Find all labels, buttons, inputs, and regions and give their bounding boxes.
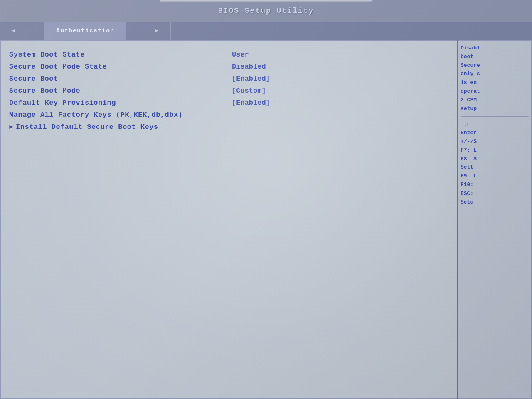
help-line-4: only s	[461, 70, 529, 79]
bios-screen: BIOS Setup Utility ◄ ... Authentication …	[0, 0, 532, 399]
label-secure-boot-mode-state: Secure Boot Mode State	[9, 63, 225, 71]
key-enter: Enter	[461, 129, 529, 138]
label-manage-factory-keys: Manage All Factory Keys (PK,KEK,db,dbx)	[9, 111, 225, 119]
value-secure-boot-mode: [Custom]	[232, 87, 266, 95]
row-manage-factory-keys[interactable]: Manage All Factory Keys (PK,KEK,db,dbx)	[9, 111, 449, 119]
submenu-arrow-icon: ►	[9, 123, 13, 131]
label-install-default-keys: ► Install Default Secure Boot Keys	[9, 123, 225, 131]
light-reflection	[160, 0, 372, 2]
help-description: Disabl boot. Secure only s is en operat …	[461, 44, 529, 117]
install-default-keys-text: Install Default Secure Boot Keys	[16, 123, 158, 131]
key-setup: Setu	[461, 198, 529, 207]
row-secure-boot[interactable]: Secure Boot [Enabled]	[9, 75, 449, 83]
content-panel: System Boot State User Secure Boot Mode …	[0, 40, 457, 399]
value-default-key-provisioning: [Enabled]	[232, 99, 270, 107]
key-plusminus: +/-/S	[461, 138, 529, 146]
nav-tab-prev1-label: ◄ ...	[12, 27, 32, 34]
key-f8: F8: S	[461, 155, 529, 164]
key-f10: F10:	[461, 181, 529, 190]
key-f9: F9: L	[461, 172, 529, 181]
key-esc: ESC:	[461, 190, 529, 198]
title-bar: BIOS Setup Utility	[0, 0, 532, 22]
key-f7: F7: L	[461, 146, 529, 155]
help-line-5: is en	[461, 79, 529, 87]
help-line-1: Disabl	[461, 44, 529, 53]
label-secure-boot: Secure Boot	[9, 75, 225, 83]
value-system-boot-state: User	[232, 51, 249, 59]
help-keybindings: ↑↓←→: Enter +/-/S F7: L F8: S Sett F9: L…	[461, 120, 529, 395]
main-area: System Boot State User Secure Boot Mode …	[0, 40, 532, 399]
row-install-default-keys[interactable]: ► Install Default Secure Boot Keys	[9, 123, 449, 131]
key-settings: Sett	[461, 163, 529, 172]
row-default-key-provisioning[interactable]: Default Key Provisioning [Enabled]	[9, 99, 449, 107]
row-system-boot-state[interactable]: System Boot State User	[9, 51, 449, 59]
label-system-boot-state: System Boot State	[9, 51, 225, 59]
label-secure-boot-mode: Secure Boot Mode	[9, 87, 225, 95]
row-secure-boot-mode-state[interactable]: Secure Boot Mode State Disabled	[9, 63, 449, 71]
nav-bar: ◄ ... Authentication ... ►	[0, 22, 532, 40]
row-secure-boot-mode[interactable]: Secure Boot Mode [Custom]	[9, 87, 449, 95]
help-line-6: operat	[461, 87, 529, 96]
help-panel: Disabl boot. Secure only s is en operat …	[457, 40, 532, 399]
help-line-8: setup	[461, 105, 529, 113]
help-line-3: Secure	[461, 62, 529, 70]
nav-tab-authentication-label: Authentication	[56, 27, 114, 34]
key-arrows: ↑↓←→:	[461, 120, 529, 129]
help-line-2: boot.	[461, 53, 529, 62]
nav-tab-prev1[interactable]: ◄ ...	[0, 22, 44, 40]
nav-tab-authentication[interactable]: Authentication	[44, 22, 126, 40]
value-secure-boot-mode-state: Disabled	[232, 63, 266, 71]
value-secure-boot: [Enabled]	[232, 75, 270, 83]
bios-title: BIOS Setup Utility	[218, 7, 314, 15]
label-default-key-provisioning: Default Key Provisioning	[9, 99, 225, 107]
nav-tab-next1[interactable]: ... ►	[126, 22, 171, 40]
nav-tab-next1-label: ... ►	[138, 27, 159, 34]
help-line-7: 2.CSM	[461, 96, 529, 105]
